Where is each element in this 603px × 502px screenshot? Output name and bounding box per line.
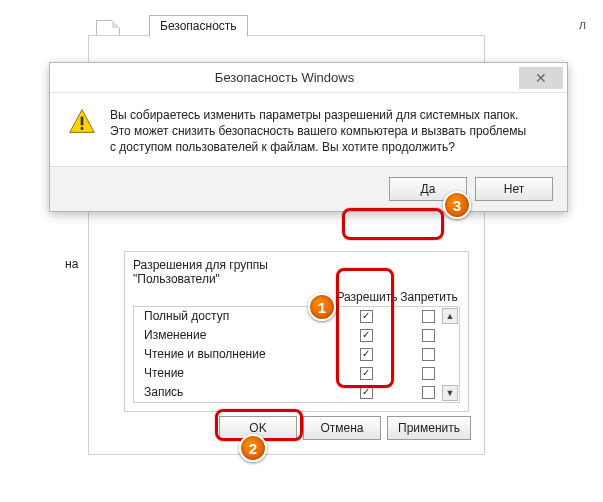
permission-name: Полный доступ	[144, 309, 335, 323]
close-button[interactable]: ✕	[519, 67, 563, 89]
scroll-down-icon[interactable]: ▼	[442, 385, 458, 401]
dialog-titlebar: Безопасность Windows ✕	[50, 63, 567, 93]
bottom-button-bar: OK Отмена Применить	[219, 416, 471, 440]
cancel-button[interactable]: Отмена	[303, 416, 381, 440]
confirmation-dialog: Безопасность Windows ✕ Вы собираетесь из…	[49, 62, 568, 212]
permission-row: Полный доступ	[134, 307, 459, 326]
permission-name: Запись	[144, 385, 335, 399]
checkbox-deny[interactable]	[422, 348, 435, 361]
dialog-message: Вы собираетесь изменить параметры разреш…	[110, 107, 530, 156]
checkbox-allow[interactable]	[360, 310, 373, 323]
screenshot-root: Безопасность л на Разрешения для группы …	[0, 0, 603, 502]
permissions-headers: Разрешить Запретить	[133, 290, 460, 304]
dialog-title: Безопасность Windows	[50, 70, 519, 85]
column-deny: Запретить	[398, 290, 460, 304]
checkbox-deny[interactable]	[422, 310, 435, 323]
tab-security[interactable]: Безопасность	[149, 15, 248, 37]
checkbox-allow[interactable]	[360, 329, 373, 342]
side-label: на	[65, 257, 78, 271]
permissions-title: Разрешения для группы "Пользователи"	[133, 258, 313, 286]
scroll-up-icon[interactable]: ▲	[442, 308, 458, 324]
dialog-button-bar: Да Нет	[50, 166, 567, 211]
checkbox-allow[interactable]	[360, 386, 373, 399]
permissions-list: Полный доступ Изменение Чтение и выполне…	[133, 306, 460, 403]
checkbox-deny[interactable]	[422, 386, 435, 399]
permission-name: Чтение и выполнение	[144, 347, 335, 361]
column-allow: Разрешить	[336, 290, 398, 304]
ok-button[interactable]: OK	[219, 416, 297, 440]
checkbox-deny[interactable]	[422, 367, 435, 380]
permissions-group: Разрешения для группы "Пользователи" Раз…	[124, 251, 469, 412]
permission-name: Изменение	[144, 328, 335, 342]
permission-name: Чтение	[144, 366, 335, 380]
no-button[interactable]: Нет	[475, 177, 553, 201]
permission-row: Чтение и выполнение	[134, 345, 459, 364]
checkbox-allow[interactable]	[360, 367, 373, 380]
warning-icon	[68, 107, 96, 156]
apply-button[interactable]: Применить	[387, 416, 471, 440]
clipped-letter: л	[579, 18, 586, 32]
yes-button[interactable]: Да	[389, 177, 467, 201]
permission-row: Чтение	[134, 364, 459, 383]
svg-rect-1	[81, 117, 84, 126]
tab-strip: Безопасность	[149, 14, 248, 36]
checkbox-allow[interactable]	[360, 348, 373, 361]
svg-rect-2	[81, 127, 84, 130]
permission-row: Запись	[134, 383, 459, 402]
permission-row: Изменение	[134, 326, 459, 345]
checkbox-deny[interactable]	[422, 329, 435, 342]
dialog-body: Вы собираетесь изменить параметры разреш…	[50, 93, 567, 166]
